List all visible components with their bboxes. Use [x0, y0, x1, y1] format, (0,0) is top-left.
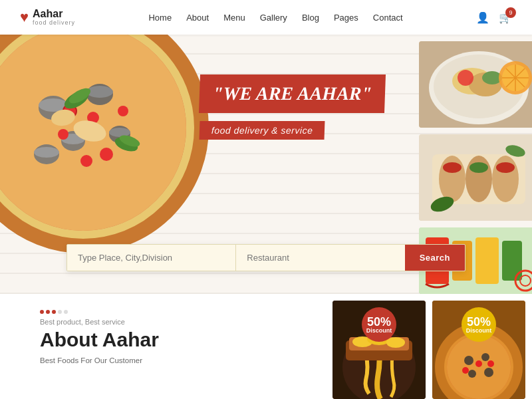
dot-3	[52, 310, 56, 314]
hero-content: "WE ARE AAHAR" food delivery & service	[200, 74, 439, 140]
logo[interactable]: ♥ Aahar food delivery	[20, 8, 75, 26]
hero-subtitle: food delivery & service	[200, 121, 325, 140]
svg-rect-54	[475, 237, 499, 284]
discount-badge-1: 50% Discount	[362, 307, 396, 342]
svg-point-73	[484, 368, 493, 377]
nav-actions: 👤 🛒 9	[476, 11, 512, 24]
search-bar: Search	[66, 244, 466, 271]
svg-rect-55	[502, 241, 522, 281]
discount-cards: 50% Discount	[326, 294, 532, 399]
discount-label-1: Discount	[366, 328, 392, 334]
discount-card-1[interactable]: 50% Discount	[332, 301, 426, 399]
about-eyebrow: Best product, Best service	[40, 318, 306, 326]
svg-point-20	[80, 155, 92, 167]
brand-tagline: food delivery	[33, 20, 75, 27]
about-title: About Aahar	[40, 329, 306, 350]
dot-2	[46, 310, 50, 314]
svg-point-76	[487, 360, 494, 367]
svg-point-18	[100, 148, 113, 161]
nav-pages[interactable]: Pages	[334, 13, 358, 23]
brand-name: Aahar	[33, 8, 75, 20]
pizza-image-left	[0, 35, 226, 267]
svg-point-47	[469, 162, 488, 173]
discount-label-2: Discount	[466, 328, 492, 334]
nav-home[interactable]: Home	[148, 13, 172, 23]
nav-blog[interactable]: Blog	[302, 13, 319, 23]
dot-4	[58, 310, 62, 314]
nav-contact[interactable]: Contact	[373, 13, 403, 23]
svg-point-14	[34, 147, 59, 158]
nav-menu[interactable]: Menu	[223, 13, 245, 23]
svg-point-21	[118, 106, 128, 116]
discount-pct-1: 50%	[367, 316, 391, 328]
search-section: Search	[66, 244, 466, 271]
svg-point-74	[475, 360, 482, 367]
user-icon[interactable]: 👤	[476, 11, 489, 24]
discount-pct-2: 50%	[467, 316, 491, 328]
food-image-mid	[419, 134, 532, 221]
nav-about[interactable]: About	[186, 13, 209, 23]
below-hero-section: Best product, Best service About Aahar B…	[0, 294, 532, 399]
hero-title: "WE ARE AAHAR"	[199, 74, 386, 113]
search-button[interactable]: Search	[405, 245, 465, 271]
search-location-input[interactable]	[67, 245, 236, 271]
search-type-input[interactable]	[236, 245, 404, 271]
svg-point-48	[496, 162, 515, 173]
svg-point-71	[481, 353, 489, 361]
svg-point-72	[468, 370, 476, 378]
dot-5	[64, 310, 68, 314]
cart-badge: 9	[505, 7, 516, 18]
svg-point-19	[58, 129, 68, 140]
nav-gallery[interactable]: Gallery	[260, 13, 287, 23]
svg-point-64	[386, 337, 405, 348]
nav-links: Home About Menu Gallery Blog Pages Conta…	[148, 11, 402, 23]
about-description: Best Foods For Our Customer	[40, 354, 306, 366]
navbar: ♥ Aahar food delivery Home About Menu Ga…	[0, 0, 532, 35]
svg-point-75	[462, 367, 469, 374]
dot-1	[40, 310, 44, 314]
svg-point-46	[443, 162, 462, 173]
section-dots	[40, 310, 306, 314]
logo-icon: ♥	[20, 9, 29, 26]
discount-badge-2: 50% Discount	[462, 307, 496, 342]
svg-point-33	[458, 70, 473, 86]
about-section: Best product, Best service About Aahar B…	[0, 294, 326, 399]
discount-card-2[interactable]: 50% Discount	[432, 301, 525, 399]
cart-button[interactable]: 🛒 9	[499, 11, 512, 24]
hero-section: "WE ARE AAHAR" food delivery & service S…	[0, 35, 532, 294]
svg-point-70	[464, 356, 473, 365]
